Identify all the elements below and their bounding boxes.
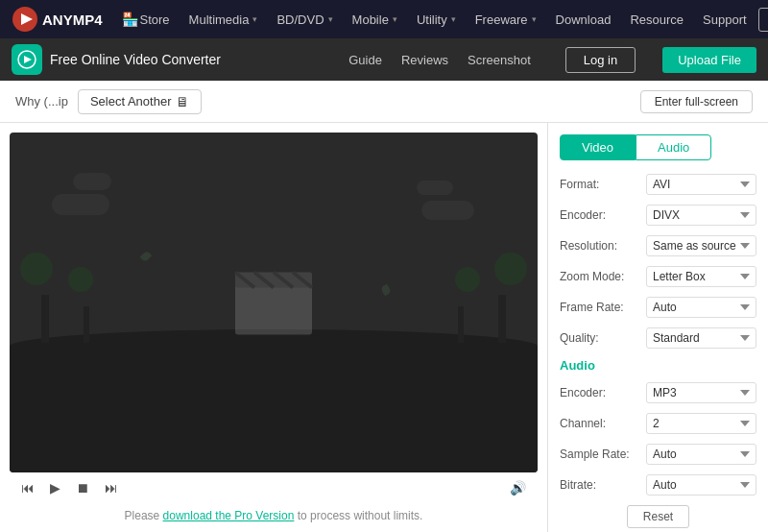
setting-row-resolution: Resolution: Same as source1920x1080 [560, 235, 756, 256]
clapper-icon [230, 263, 317, 343]
chevron-down-icon: ▾ [252, 14, 257, 24]
svg-rect-4 [235, 282, 312, 335]
leaf-decoration [380, 284, 392, 297]
nav-store[interactable]: 🏪 Store [114, 8, 178, 31]
nav-download[interactable]: Download [548, 9, 619, 31]
toolbar-left: Why (...ip Select Another 🖥 [15, 89, 202, 114]
video-area: ⏮ ▶ ⏹ ⏭ 🔊 Please download the Pro Versio… [0, 123, 547, 532]
audio-section-label: Audio [560, 358, 756, 373]
audio-tab[interactable]: Audio [636, 134, 711, 160]
brand-icon [12, 6, 38, 33]
resolution-select[interactable]: Same as source1920x1080 [646, 235, 756, 256]
footer-text: Please download the Pro Version to proce… [10, 503, 538, 528]
setting-row-samplerate: Sample Rate: Auto44100 [560, 444, 756, 465]
app-logo: Free Online Video Converter [12, 44, 221, 75]
nav-freeware[interactable]: Freeware ▾ [468, 9, 544, 31]
nav-bddvd[interactable]: BD/DVD ▾ [269, 9, 340, 31]
select-another-button[interactable]: Select Another 🖥 [78, 89, 203, 114]
setting-row-bitrate: Bitrate: Auto128k [560, 474, 756, 496]
full-screen-button[interactable]: Enter full-screen [640, 90, 753, 113]
tree-trunk [498, 295, 506, 343]
cloud-decoration [73, 173, 111, 190]
rewind-button[interactable]: ⏮ [17, 478, 38, 497]
app-logo-icon [12, 44, 42, 75]
channel-select[interactable]: 21 [646, 413, 756, 434]
setting-row-format: Format: AVIMP4MOV [560, 174, 756, 195]
chevron-down-icon: ▾ [451, 14, 456, 24]
format-select[interactable]: AVIMP4MOV [646, 174, 756, 195]
ground-decoration [10, 329, 538, 472]
pro-version-link[interactable]: download the Pro Version [163, 509, 295, 522]
zoom-select[interactable]: Letter BoxPan Scan [646, 266, 756, 287]
tree-trunk [458, 306, 464, 343]
tree-top [494, 253, 527, 285]
chevron-down-icon: ▾ [328, 14, 333, 24]
volume-button[interactable]: 🔊 [506, 478, 530, 497]
cloud-decoration [417, 181, 453, 195]
store-icon: 🏪 [122, 12, 138, 27]
cloud-decoration [421, 201, 474, 220]
cloud-decoration [52, 194, 109, 215]
fast-forward-button[interactable]: ⏭ [101, 478, 122, 497]
setting-row-framerate: Frame Rate: Auto2430 [560, 297, 756, 318]
video-controls: ⏮ ▶ ⏹ ⏭ 🔊 [10, 472, 538, 503]
tree-top [68, 267, 93, 292]
nav-mobile[interactable]: Mobile ▾ [345, 9, 405, 31]
setting-row-channel: Channel: 21 [560, 413, 756, 434]
tree-trunk [41, 295, 49, 343]
audio-encoder-select[interactable]: MP3AAC [646, 382, 756, 403]
reviews-link[interactable]: Reviews [401, 53, 448, 67]
chevron-down-icon: ▾ [532, 14, 537, 24]
tree-top [20, 253, 53, 285]
settings-panel: Video Audio Format: AVIMP4MOV Encoder: D… [547, 123, 768, 532]
top-navigation: ANYMP4 🏪 Store Multimedia ▾ BD/DVD ▾ Mob… [0, 0, 768, 38]
nav-multimedia[interactable]: Multimedia ▾ [181, 9, 266, 31]
screenshot-link[interactable]: Screenshot [468, 53, 531, 67]
second-nav-links: Guide Reviews Screenshot Log in Upload F… [348, 47, 756, 73]
encoder-select[interactable]: DIVXH264 [646, 205, 756, 226]
video-player[interactable] [10, 133, 538, 472]
upload-file-button[interactable]: Upload File [662, 47, 756, 73]
video-background [10, 133, 538, 472]
video-settings: Format: AVIMP4MOV Encoder: DIVXH264 Reso… [560, 174, 756, 349]
setting-row-audio-encoder: Encoder: MP3AAC [560, 382, 756, 403]
tree-top [455, 267, 480, 292]
second-navigation: Free Online Video Converter Guide Review… [0, 38, 768, 81]
brand-name: ANYMP4 [42, 12, 103, 28]
nav-utility[interactable]: Utility ▾ [409, 9, 464, 31]
svg-marker-3 [24, 56, 32, 63]
setting-row-quality: Quality: StandardHigh [560, 327, 756, 349]
guide-link[interactable]: Guide [348, 53, 382, 67]
app-name-label: Free Online Video Converter [50, 52, 221, 67]
leaf-decoration [139, 251, 152, 263]
tree-trunk [84, 306, 89, 343]
video-tab[interactable]: Video [560, 134, 636, 160]
quality-select[interactable]: StandardHigh [646, 327, 756, 349]
stop-button[interactable]: ⏹ [72, 478, 93, 497]
framerate-select[interactable]: Auto2430 [646, 297, 756, 318]
reset-button[interactable]: Reset [627, 505, 689, 528]
chevron-down-icon: ▾ [393, 14, 397, 24]
nav-resource[interactable]: Resource [622, 9, 691, 31]
samplerate-select[interactable]: Auto44100 [646, 444, 756, 465]
nav-support[interactable]: Support [695, 9, 755, 31]
second-login-button[interactable]: Log in [565, 47, 636, 73]
setting-row-zoom: Zoom Mode: Letter BoxPan Scan [560, 266, 756, 287]
tab-group: Video Audio [560, 134, 756, 160]
play-button[interactable]: ▶ [46, 478, 64, 497]
bitrate-select[interactable]: Auto128k [646, 474, 756, 496]
main-content: ⏮ ▶ ⏹ ⏭ 🔊 Please download the Pro Versio… [0, 123, 768, 532]
login-button[interactable]: Login [758, 8, 768, 32]
why-text: Why (...ip [15, 94, 68, 109]
converter-icon [17, 50, 36, 69]
monitor-icon: 🖥 [176, 94, 189, 109]
setting-row-encoder: Encoder: DIVXH264 [560, 205, 756, 226]
toolbar: Why (...ip Select Another 🖥 Enter full-s… [0, 81, 768, 123]
audio-settings: Encoder: MP3AAC Channel: 21 Sample Rate:… [560, 382, 756, 496]
brand-logo: ANYMP4 [12, 6, 103, 33]
